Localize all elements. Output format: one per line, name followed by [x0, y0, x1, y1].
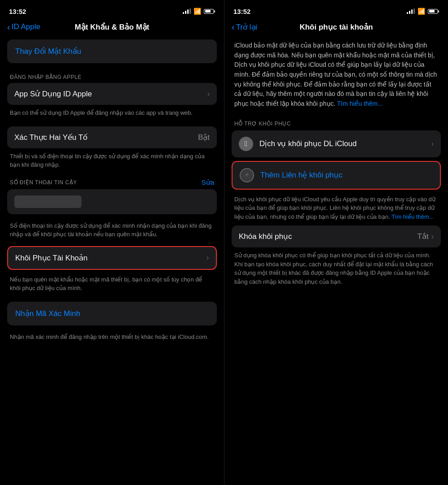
- page-title-right: Khôi phục tài khoản: [300, 22, 373, 32]
- change-password-button[interactable]: Thay Đổi Mật Khẩu: [7, 39, 217, 63]
- chevron-right-icon-app: ›: [207, 90, 210, 98]
- status-time-left: 13:52: [9, 8, 26, 15]
- chevron-right-icon-recovery: ›: [207, 254, 209, 262]
- app-sign-in-item[interactable]: App Sử Dụng ID Apple ›: [7, 83, 217, 105]
- plus-circle-icon: +: [240, 168, 254, 182]
- icloud-service-item[interactable]:  Dịch vụ khôi phục DL iCloud ›: [232, 130, 441, 157]
- nav-bar-left: ‹ ID Apple Mật Khẩu & Bảo Mật: [0, 20, 224, 36]
- recovery-account-description: Nếu bạn quên mật khẩu hoặc mật mã thiết …: [7, 272, 217, 294]
- verification-code-description: Nhận mã xác minh để đăng nhập trên một t…: [7, 329, 217, 343]
- app-sign-in-group: App Sử Dụng ID Apple ›: [7, 83, 217, 105]
- app-sign-in-label: App Sử Dụng ID Apple: [14, 89, 92, 99]
- phone-number-value: [14, 195, 82, 208]
- back-button-right[interactable]: ‹ Trở lại: [232, 22, 257, 32]
- verification-code-button[interactable]: Nhận Mã Xác Minh: [7, 302, 217, 325]
- status-time-right: 13:52: [233, 8, 250, 15]
- sign-in-section-label: ĐĂNG NHẬP BẰNG APPLE: [7, 67, 217, 83]
- icloud-service-group:  Dịch vụ khôi phục DL iCloud ›: [232, 130, 441, 157]
- status-icons-left: 📶: [183, 8, 215, 15]
- change-password-label: Thay Đổi Mật Khẩu: [15, 47, 81, 56]
- app-sign-in-description: Bạn có thể sử dụng ID Apple để đăng nhập…: [7, 105, 217, 119]
- recovery-key-group: Khóa khôi phục Tắt ›: [232, 225, 441, 247]
- back-label-left: ID Apple: [12, 22, 40, 31]
- signal-icon-right: [407, 9, 415, 14]
- back-label-right: Trở lại: [236, 22, 258, 32]
- battery-icon-right: [428, 9, 439, 14]
- apple-logo-icon: : [239, 137, 253, 151]
- chevron-right-icon-key: ›: [431, 233, 434, 241]
- two-factor-label: Xác Thực Hai Yếu Tố: [14, 133, 87, 142]
- wifi-icon-right: 📶: [418, 8, 425, 15]
- chevron-right-icon-icloud: ›: [431, 140, 434, 148]
- verification-code-label: Nhận Mã Xác Minh: [15, 309, 80, 318]
- battery-icon-left: [204, 9, 215, 14]
- recovery-description-block: iCloud bảo mật dữ liệu của bạn bằng cách…: [232, 36, 441, 116]
- recovery-key-value: Tắt: [418, 232, 429, 241]
- add-contact-highlighted: + Thêm Liên hệ khôi phục: [232, 161, 441, 190]
- add-contact-item[interactable]: + Thêm Liên hệ khôi phục: [233, 162, 440, 189]
- recovery-account-item[interactable]: Khôi Phục Tài Khoản ›: [8, 247, 216, 269]
- left-screen: 13:52 📶 ‹ ID Apple Mật Khẩu & Bảo Mật: [0, 0, 224, 485]
- page-title-left: Mật Khẩu & Bảo Mật: [75, 22, 150, 32]
- two-factor-value: Bật: [198, 133, 210, 142]
- recovery-key-right: Tắt ›: [418, 232, 434, 241]
- trusted-phone-section-header: SỐ ĐIỆN THOẠI TIN CẬY Sửa: [7, 171, 217, 189]
- icloud-service-label: Dịch vụ khôi phục DL iCloud: [259, 139, 431, 148]
- right-screen: 13:52 📶 ‹ Trở lại Khôi phục tài khoản: [224, 0, 448, 485]
- recovery-account-label: Khôi Phục Tài Khoản: [15, 253, 88, 263]
- trusted-phone-field: [7, 189, 217, 214]
- recovery-key-label: Khóa khôi phục: [239, 232, 292, 241]
- chevron-left-icon-right: ‹: [232, 22, 235, 31]
- chevron-left-icon-left: ‹: [7, 22, 10, 31]
- trusted-phone-label: SỐ ĐIỆN THOẠI TIN CẬY: [10, 179, 77, 186]
- status-bar-right: 13:52 📶: [224, 0, 448, 20]
- content-left: Thay Đổi Mật Khẩu ĐĂNG NHẬP BẰNG APPLE A…: [0, 36, 224, 485]
- trusted-phone-description: Số điện thoại tin cậy được sử dụng để xá…: [7, 218, 217, 241]
- change-password-row: Thay Đổi Mật Khẩu: [7, 39, 217, 63]
- recovery-account-group-highlighted: Khôi Phục Tài Khoản ›: [7, 246, 217, 270]
- status-bar-left: 13:52 📶: [0, 0, 224, 20]
- recovery-key-description: Sử dụng khóa khôi phục có thể giúp bạn k…: [232, 247, 441, 293]
- two-factor-item[interactable]: Xác Thực Hai Yếu Tố Bật: [7, 126, 217, 148]
- status-icons-right: 📶: [407, 8, 439, 15]
- add-contact-label: Thêm Liên hệ khôi phục: [260, 170, 433, 180]
- app-sign-in-right: ›: [207, 90, 210, 98]
- recovery-support-label: HỖ TRỢ KHÔI PHỤC: [232, 116, 441, 130]
- back-button-left[interactable]: ‹ ID Apple: [7, 22, 40, 31]
- recovery-intro-text: iCloud bảo mật dữ liệu của bạn bằng cách…: [234, 41, 438, 109]
- two-factor-group: Xác Thực Hai Yếu Tố Bật: [7, 126, 217, 148]
- trusted-phone-edit-button[interactable]: Sửa: [202, 178, 214, 186]
- two-factor-description: Thiết bị và số điện thoại tin cậy được s…: [7, 148, 217, 171]
- content-right: iCloud bảo mật dữ liệu của bạn bằng cách…: [224, 36, 448, 485]
- two-factor-right: Bật: [198, 133, 210, 142]
- wifi-icon-left: 📶: [194, 8, 201, 15]
- nav-bar-right: ‹ Trở lại Khôi phục tài khoản: [224, 20, 448, 36]
- recovery-service-description: Dịch vụ khôi phục dữ liệu iCloud yêu cầu…: [232, 191, 441, 223]
- verification-code-row: Nhận Mã Xác Minh: [7, 302, 217, 325]
- recovery-key-item[interactable]: Khóa khôi phục Tắt ›: [232, 225, 441, 247]
- signal-icon-left: [183, 9, 191, 14]
- recovery-account-right: ›: [207, 254, 209, 262]
